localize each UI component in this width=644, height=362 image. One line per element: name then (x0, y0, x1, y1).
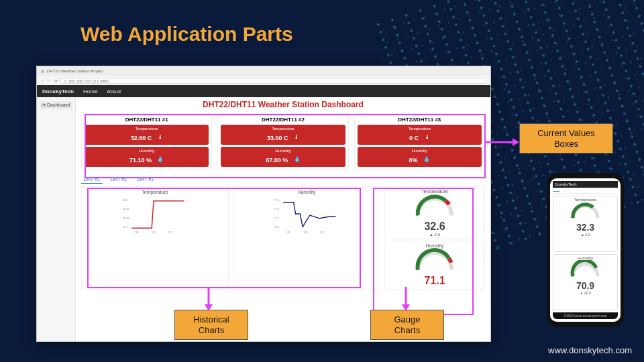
tab-dht2[interactable]: DHT #2 (108, 176, 129, 184)
humidity-line-chart: Humidity 71.8 71.4 71.2 70.8 740 745 750 (233, 186, 380, 290)
slide-title: Web Application Parts (80, 23, 293, 46)
temp-gauge: Temperature 32.6 ▲ 2.6 (384, 186, 485, 239)
temp-value: 0 C (409, 135, 419, 141)
svg-text:745: 745 (303, 231, 307, 234)
sensor-card-1: DHT22/DHT11 #1 Temperature 32.60 C 🌡 Hum… (81, 113, 212, 170)
svg-marker-17 (205, 304, 213, 311)
gauge-icon: ◔ (42, 103, 46, 107)
svg-text:740: 740 (286, 231, 290, 234)
watermark: www.donskytech.com (548, 345, 632, 355)
humidity-box: Humidity 67.00 % 💧 (221, 147, 345, 167)
app-nav: DonskyTech Home About (37, 85, 490, 97)
tab-dht1[interactable]: DHT #1 (81, 176, 103, 184)
phone-footer: ©2023 www.donskytech.com (553, 312, 618, 319)
humidity-value: 0% (409, 157, 418, 164)
sensor-name: DHT22/DHT11 #2 (221, 117, 345, 123)
sidebar-item-dashboard[interactable]: ◔ Dashboard (40, 101, 72, 109)
phone-nav: DonskyTech (553, 181, 618, 188)
sensor-name: DHT22/DHT11 #3 (358, 117, 482, 123)
humidity-sparkline: 71.8 71.4 71.2 70.8 740 745 750 (236, 196, 377, 235)
gauge-label: Humidity (387, 243, 482, 248)
svg-text:71.8: 71.8 (274, 199, 280, 202)
browser-tab-bar: DHT22 Weather Station Project (37, 66, 490, 76)
thermometer-icon: 🌡 (158, 134, 163, 140)
humidity-value: 67.00 % (266, 157, 288, 164)
sensor-name: DHT22/DHT11 #1 (85, 117, 209, 123)
browser-url-bar: ← → ⟳ ⚠ 192.168.100.121:5000 (37, 76, 490, 85)
humidity-box: Humidity 71.10 % 💧 (85, 147, 209, 167)
chart-title: Temperature (85, 190, 225, 194)
arrow-right-icon (486, 137, 519, 147)
browser-window: DHT22 Weather Station Project ← → ⟳ ⚠ 19… (36, 66, 491, 342)
callout-current-values: Current Values Boxes (519, 123, 613, 154)
phone-temp-gauge: Temperature 32.3 ▲ 2.3 (553, 196, 618, 252)
forward-icon[interactable]: → (48, 78, 52, 82)
temp-box: Temperature 32.60 C 🌡 (85, 125, 209, 145)
gauge-arc (387, 194, 482, 218)
gauge-delta: ▲ 2.6 (387, 233, 482, 237)
back-icon[interactable]: ← (41, 78, 45, 82)
humidity-label: Humidity (359, 149, 480, 153)
historical-charts: Temperature 32.6 32.56 32.48 32.4 748 75… (81, 186, 380, 290)
humidity-box: Humidity 0% 💧 (358, 147, 482, 167)
gauge-arc (555, 202, 616, 219)
humidity-label: Humidity (222, 149, 343, 153)
svg-text:71.4: 71.4 (274, 208, 280, 210)
droplet-icon: 💧 (423, 156, 430, 162)
callout-gauge: Gauge Charts (370, 310, 444, 340)
svg-text:32.48: 32.48 (123, 217, 129, 220)
phone-humidity-gauge: Humidity 70.9 ▲ 20.9 (553, 254, 618, 310)
temp-label: Temperature (359, 127, 480, 131)
callout-text: Gauge Charts (394, 314, 420, 335)
charts-area: Temperature 32.6 32.56 32.48 32.4 748 75… (81, 186, 485, 290)
gauge-arc (387, 248, 482, 272)
tab-dht3[interactable]: DHT #3 (135, 176, 156, 184)
thermometer-icon: 🌡 (294, 134, 299, 140)
phone-screen: DonskyTech ━━━━━ Temperature 32.3 ▲ 2.3 … (550, 178, 621, 322)
temp-label: Temperature (222, 127, 343, 131)
humidity-label: Humidity (86, 149, 207, 153)
callout-historical: Historical Charts (174, 310, 248, 340)
sensor-card-2: DHT22/DHT11 #2 Temperature 33.00 C 🌡 Hum… (217, 113, 348, 170)
humidity-gauge: Humidity 71.1 (384, 241, 485, 290)
chart-title: Humidity (236, 190, 377, 194)
temp-sparkline: 32.6 32.56 32.48 32.4 748 750 752 (85, 196, 225, 235)
svg-text:32.56: 32.56 (123, 208, 129, 210)
chart-tabs: DHT #1 DHT #2 DHT #3 (81, 176, 485, 184)
temp-line-chart: Temperature 32.6 32.56 32.48 32.4 748 75… (81, 186, 229, 290)
temp-box: Temperature 0 C 🌡 (358, 125, 482, 145)
browser-tab-title[interactable]: DHT22 Weather Station Project (47, 69, 103, 73)
reload-icon[interactable]: ⟳ (54, 78, 58, 83)
sensor-cards-row: DHT22/DHT11 #1 Temperature 32.60 C 🌡 Hum… (81, 113, 485, 170)
svg-text:32.4: 32.4 (123, 226, 128, 229)
temp-box: Temperature 33.00 C 🌡 (221, 125, 345, 145)
gauge-label: Temperature (387, 189, 482, 194)
phone-gauge-value: 70.9 (555, 280, 616, 291)
url-input[interactable]: ⚠ 192.168.100.121:5000 (60, 78, 486, 84)
phone-gauge-delta: ▲ 2.3 (555, 233, 616, 237)
gauge-value: 32.6 (387, 221, 482, 233)
phone-gauge-delta: ▲ 20.9 (555, 291, 616, 295)
callout-text: Current Values Boxes (537, 128, 595, 149)
phone-mockup: DonskyTech ━━━━━ Temperature 32.3 ▲ 2.3 … (547, 173, 624, 327)
brand[interactable]: DonskyTech (42, 88, 74, 95)
nav-link-about[interactable]: About (107, 88, 121, 95)
arrow-down-icon (204, 287, 213, 311)
humidity-value: 71.10 % (129, 157, 152, 164)
sidebar-item-label: Dashboard (47, 103, 70, 107)
temp-value: 33.00 C (267, 135, 288, 141)
droplet-icon: 💧 (157, 156, 164, 162)
insecure-icon: ⚠ (64, 79, 67, 83)
svg-text:32.6: 32.6 (123, 199, 128, 202)
nav-link-home[interactable]: Home (83, 88, 97, 95)
svg-text:70.8: 70.8 (274, 226, 280, 229)
svg-text:752: 752 (168, 231, 172, 234)
temp-label: Temperature (86, 127, 207, 131)
main-dashboard: DHT22/DHT11 Weather Station Dashboard DH… (76, 97, 490, 341)
gauge-charts: Temperature 32.6 ▲ 2.6 Humidity (384, 186, 485, 290)
window-dot (41, 70, 44, 73)
url-text: 192.168.100.121:5000 (68, 79, 109, 83)
sensor-card-3: DHT22/DHT11 #3 Temperature 0 C 🌡 Humidit… (354, 113, 485, 170)
svg-text:71.2: 71.2 (274, 217, 280, 220)
phone-gauge-value: 32.3 (555, 222, 616, 233)
